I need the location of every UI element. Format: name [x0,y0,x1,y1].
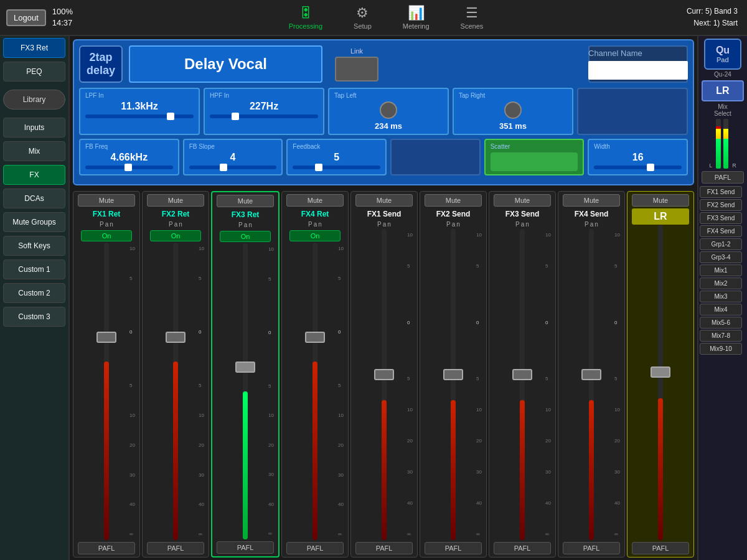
setup-icon: ⚙ [356,5,369,21]
fx-link-button[interactable] [335,57,378,82]
tap-right-knob[interactable] [504,101,522,119]
fader-handle-fx3ret[interactable] [235,362,255,373]
pafl-btn-fx4send[interactable]: PAFL [563,542,620,554]
channel-strip-fx1send: Mute FX1 Send P a n 1050 510203040∞ [350,191,418,558]
sidebar-fx[interactable]: FX [3,165,65,185]
width-param[interactable]: Width 16 [588,139,688,175]
tab-processing[interactable]: 🎛 Processing [283,2,329,32]
feedback-slider[interactable] [293,166,380,169]
qu-logo: Qu Pad [704,39,741,70]
scatter-label: Scatter [491,143,578,150]
fader-area-fx2send: 1050 510203040∞ [425,229,482,540]
fader-handle-fx1ret[interactable] [96,332,116,343]
hpf-param[interactable]: HPF In 227Hz [204,88,324,135]
fader-handle-fx4send[interactable] [581,369,601,380]
sidebar-library[interactable]: Library [3,90,65,110]
on-btn-fx2ret[interactable]: On [150,230,201,241]
right-btn-fx2-send[interactable]: FX2 Send [700,199,742,211]
tab-scenes[interactable]: ☰ Scenes [454,2,490,32]
sidebar-soft-keys[interactable]: Soft Keys [3,236,65,256]
mute-btn-fx3send[interactable]: Mute [494,194,551,207]
fb-slope-param[interactable]: FB Slope 4 [183,139,283,175]
pafl-btn-lr[interactable]: PAFL [632,542,689,554]
channel-name-input[interactable] [588,61,688,80]
width-label: Width [594,143,682,150]
lpf-slider[interactable] [85,114,194,118]
on-btn-fx1ret[interactable]: On [81,230,132,241]
scene-info: Curr: 5) Band 3 Next: 1) Start [687,6,738,29]
sidebar-custom3[interactable]: Custom 3 [3,307,65,327]
mute-btn-fx1send[interactable]: Mute [355,194,413,207]
fx-link-box: Link [329,47,385,82]
right-mix-buttons: FX1 SendFX2 SendFX3 SendFX4 SendGrp1-2Gr… [700,186,746,356]
fader-handle-fx2ret[interactable] [166,332,186,343]
right-btn-mix1[interactable]: Mix1 [700,264,742,276]
lpf-param[interactable]: LPF In 11.3kHz [79,88,200,135]
on-btn-fx4ret[interactable]: On [289,230,341,241]
right-btn-fx1-send[interactable]: FX1 Send [700,186,742,198]
right-btn-fx4-send[interactable]: FX4 Send [700,225,742,237]
fader-handle-fx3send[interactable] [512,369,532,380]
tap-left-knob[interactable] [380,101,397,119]
sidebar-mix[interactable]: Mix [3,141,65,161]
pafl-btn-fx1ret[interactable]: PAFL [78,542,135,554]
sidebar-custom1[interactable]: Custom 1 [3,259,65,279]
fader-handle-fx2send[interactable] [443,369,463,380]
lr-select-button[interactable]: LR [702,80,744,101]
l-meter-red [716,126,721,129]
fb-slope-slider[interactable] [189,166,277,169]
mute-btn-fx4ret[interactable]: Mute [286,194,344,207]
sidebar-dcas[interactable]: DCAs [3,189,65,208]
pafl-btn-fx4ret[interactable]: PAFL [286,542,344,554]
mute-btn-lr[interactable]: Mute [632,194,689,207]
scatter-param[interactable]: Scatter [484,139,585,175]
tab-metering[interactable]: 📊 Metering [397,2,436,32]
channel-strip-fx2send: Mute FX2 Send P a n 1050 510203040∞ [420,191,487,558]
fader-handle-fx1send[interactable] [374,369,394,380]
fx-link-label: Link [350,47,363,55]
width-slider[interactable] [594,166,682,169]
pafl-btn-fx1send[interactable]: PAFL [355,542,413,554]
pafl-btn-fx2ret[interactable]: PAFL [147,542,204,554]
tap-right-param[interactable]: Tap Right 351 ms [453,88,573,135]
right-btn-grp1-2[interactable]: Grp1-2 [700,238,742,250]
right-btn-mix5-6[interactable]: Mix5-6 [700,317,742,329]
mute-btn-fx4send[interactable]: Mute [563,194,620,207]
fader-scale-fx2send: 1050 510203040∞ [476,229,482,540]
mute-btn-fx2ret[interactable]: Mute [147,194,204,207]
right-btn-mix2[interactable]: Mix2 [700,278,742,289]
hpf-slider[interactable] [210,114,318,118]
right-btn-mix9-10[interactable]: Mix9-10 [700,343,742,355]
sidebar-mute-groups[interactable]: Mute Groups [3,212,65,232]
mute-btn-fx3ret[interactable]: Mute [217,195,274,207]
pafl-right-button[interactable]: PAFL [702,171,744,184]
hpf-value: 227Hz [210,101,318,112]
right-btn-mix3[interactable]: Mix3 [700,291,742,302]
fader-handle-lr[interactable] [651,366,670,378]
tap-left-param[interactable]: Tap Left 234 ms [328,88,449,135]
sidebar-fx3ret[interactable]: FX3 Ret [3,38,65,58]
ch-name-fx1send: FX1 Send [367,210,402,218]
mute-btn-fx1ret[interactable]: Mute [78,194,135,207]
on-btn-fx3ret[interactable]: On [220,231,271,242]
right-btn-mix7-8[interactable]: Mix7-8 [700,330,742,342]
right-btn-grp3-4[interactable]: Grp3-4 [700,251,742,263]
mute-btn-fx2send[interactable]: Mute [425,194,482,207]
feedback-value: 5 [293,152,380,163]
fb-freq-slider[interactable] [85,166,173,169]
right-btn-fx3-send[interactable]: FX3 Send [700,212,742,224]
pafl-btn-fx2send[interactable]: PAFL [425,542,482,554]
right-btn-mix4[interactable]: Mix4 [700,304,742,315]
logout-button[interactable]: Logout [6,9,46,26]
sidebar-peq[interactable]: PEQ [3,62,65,82]
fader-handle-fx4ret[interactable] [305,332,325,343]
ch-name-fx3ret: FX3 Ret [232,210,260,219]
pan-row-fx1send: P a n [355,221,413,228]
sidebar-custom2[interactable]: Custom 2 [3,283,65,303]
feedback-param[interactable]: Feedback 5 [286,139,387,175]
pafl-btn-fx3ret[interactable]: PAFL [217,541,274,554]
fb-freq-param[interactable]: FB Freq 4.66kHz [79,139,179,175]
pafl-btn-fx3send[interactable]: PAFL [494,542,551,554]
tab-setup[interactable]: ⚙ Setup [347,2,378,32]
sidebar-inputs[interactable]: Inputs [3,118,65,138]
